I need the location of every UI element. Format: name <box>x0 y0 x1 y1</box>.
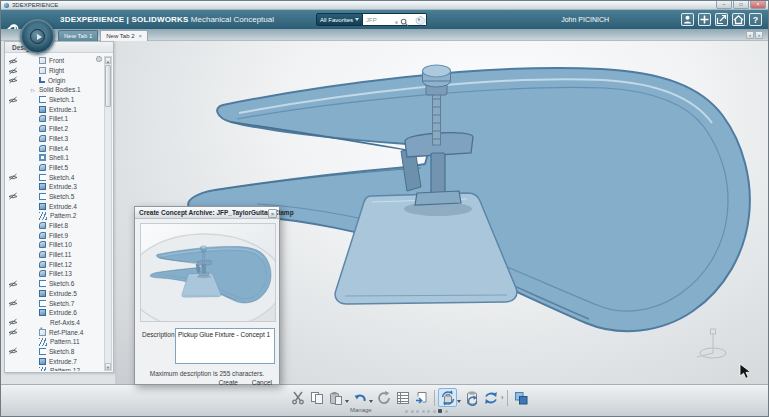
update-concept-button[interactable] <box>462 388 481 407</box>
user-name[interactable]: John PICINICH <box>561 10 609 29</box>
tree-item-sketch-8[interactable]: Sketch.8 <box>5 347 104 357</box>
tag-icon[interactable] <box>415 15 427 26</box>
tree-item-sketch-1[interactable]: Sketch.1 <box>5 95 104 105</box>
tree-item-fillet-5[interactable]: Fillet.5 <box>5 163 104 173</box>
tree-item-sketch-5[interactable]: Sketch.5 <box>5 192 104 202</box>
dialog-close-icon[interactable]: × <box>268 209 277 218</box>
help-icon[interactable]: ? <box>749 13 762 26</box>
tree-item-fillet-3[interactable]: Fillet.3 <box>5 134 104 144</box>
description-textarea[interactable]: Pickup Glue Fixture - Concept 1 <box>175 328 275 364</box>
sync-button[interactable] <box>481 388 500 407</box>
tree-item-extrude-6[interactable]: Extrude.6 <box>5 308 104 318</box>
tree-scrollbar[interactable]: ▲ ▼ <box>104 56 112 371</box>
search-filter-dropdown[interactable]: All Favorites <box>316 13 363 26</box>
tree-item-fillet-11[interactable]: Fillet.11 <box>5 250 104 260</box>
visibility-eye-icon[interactable] <box>8 76 18 84</box>
close-button[interactable]: × <box>750 1 766 9</box>
3d-compass[interactable] <box>20 19 55 54</box>
tree-item-front[interactable]: Front <box>5 56 104 66</box>
cut-button[interactable] <box>288 388 307 407</box>
save-concept-button[interactable] <box>438 388 457 407</box>
tree-item-extrude-5[interactable]: Extrude.5 <box>5 289 104 299</box>
tree-item-sketch-4[interactable]: Sketch.4 <box>5 172 104 182</box>
page-dot[interactable] <box>445 410 448 413</box>
tree-item-ref-axis-4[interactable]: Ref-Axis.4 <box>5 318 104 328</box>
expander-icon[interactable]: ▷ <box>31 87 39 93</box>
tree-item-fillet-12[interactable]: Fillet.12 <box>5 259 104 269</box>
tab-new-tab-2[interactable]: New Tab 2× <box>100 30 148 41</box>
tab-scroll-left-icon[interactable]: ‹ <box>746 31 754 39</box>
page-dot[interactable] <box>405 410 408 413</box>
tree-item-fillet-8[interactable]: Fillet.8 <box>5 221 104 231</box>
visibility-eye-icon[interactable] <box>8 57 18 65</box>
dropdown-caret-icon[interactable] <box>457 400 461 403</box>
add-icon[interactable] <box>698 13 711 26</box>
visibility-eye-icon[interactable] <box>8 318 18 326</box>
create-button[interactable]: Create <box>218 379 238 386</box>
visibility-eye-icon[interactable] <box>8 96 18 104</box>
tree-item-extrude-4[interactable]: Extrude.4 <box>5 201 104 211</box>
tree-item-pattern-12[interactable]: Pattern.12 <box>5 366 104 371</box>
search-icon[interactable] <box>400 18 409 27</box>
tree-item-pattern-11[interactable]: Pattern.11 <box>5 337 104 347</box>
paste-button[interactable] <box>326 388 345 407</box>
tabs-container: New Tab 1New Tab 2× <box>58 30 148 41</box>
tree-item-right[interactable]: Right <box>5 66 104 76</box>
scroll-up-icon[interactable]: ▲ <box>105 57 111 64</box>
tree-item-fillet-9[interactable]: Fillet.9 <box>5 230 104 240</box>
user-profile-icon[interactable] <box>681 13 694 26</box>
rebuild-button[interactable] <box>374 388 393 407</box>
compass-play-icon[interactable] <box>30 29 45 44</box>
tree-item-fillet-13[interactable]: Fillet.13 <box>5 269 104 279</box>
tree-item-fillet-10[interactable]: Fillet.10 <box>5 240 104 250</box>
scrollbar-thumb[interactable] <box>105 65 111 107</box>
scroll-down-icon[interactable]: ▼ <box>105 363 111 370</box>
tree-item-sketch-7[interactable]: Sketch.7 <box>5 298 104 308</box>
page-dot[interactable] <box>433 410 436 413</box>
dropdown-caret-icon[interactable] <box>345 400 349 403</box>
tree-item-ref-plane-4[interactable]: Ref-Plane.4 <box>5 327 104 337</box>
tree-item-shell-1[interactable]: Shell.1 <box>5 153 104 163</box>
axis-icon <box>39 318 47 326</box>
swap-window-button[interactable] <box>511 388 530 407</box>
copy-button[interactable] <box>307 388 326 407</box>
tree-item-extrude-7[interactable]: Extrude.7 <box>5 356 104 366</box>
visibility-eye-icon[interactable] <box>8 328 18 336</box>
visibility-eye-icon[interactable] <box>8 67 18 75</box>
more-chevron-icon[interactable]: › <box>501 394 503 401</box>
visibility-eye-icon[interactable] <box>8 299 18 307</box>
tree-item-pattern-2[interactable]: Pattern.2 <box>5 211 104 221</box>
page-dot[interactable] <box>411 410 414 413</box>
home-icon[interactable] <box>732 13 745 26</box>
undo-button[interactable] <box>350 388 369 407</box>
minimize-button[interactable]: – <box>716 1 732 9</box>
tree-item-sketch-6[interactable]: Sketch.6 <box>5 279 104 289</box>
page-dot[interactable] <box>416 410 419 413</box>
visibility-eye-icon[interactable] <box>8 173 18 181</box>
tab-scroll-right-icon[interactable]: › <box>755 31 763 39</box>
bom-list-button[interactable] <box>393 388 412 407</box>
share-icon[interactable] <box>715 13 728 26</box>
tree-item-extrude-3[interactable]: Extrude.3 <box>5 182 104 192</box>
page-dot[interactable] <box>438 409 442 413</box>
gear-icon[interactable] <box>96 56 102 62</box>
open-document-button[interactable] <box>412 388 431 407</box>
visibility-eye-icon[interactable] <box>8 192 18 200</box>
tab-close-icon[interactable]: × <box>139 33 143 39</box>
page-dot[interactable] <box>427 410 430 413</box>
clear-search-icon[interactable] <box>395 21 398 24</box>
tree-item-fillet-2[interactable]: Fillet.2 <box>5 124 104 134</box>
cancel-button[interactable]: Cancel <box>252 379 272 386</box>
visibility-eye-icon[interactable] <box>8 347 18 355</box>
tree-item-extrude-1[interactable]: Extrude.1 <box>5 104 104 114</box>
tree-item-fillet-1[interactable]: Fillet.1 <box>5 114 104 124</box>
page-dot[interactable] <box>422 410 425 413</box>
maximize-button[interactable]: □ <box>733 1 749 9</box>
tree-item-origin[interactable]: Origin <box>5 75 104 85</box>
tree-item-solid-bodies-1[interactable]: ▷Solid Bodies.1 <box>5 85 104 95</box>
visibility-eye-icon[interactable] <box>8 280 18 288</box>
panel-collapse-icon[interactable]: ‹ <box>0 204 1 213</box>
dropdown-caret-icon[interactable] <box>369 400 373 403</box>
tree-item-fillet-4[interactable]: Fillet.4 <box>5 143 104 153</box>
tab-new-tab-1[interactable]: New Tab 1 <box>58 30 98 41</box>
